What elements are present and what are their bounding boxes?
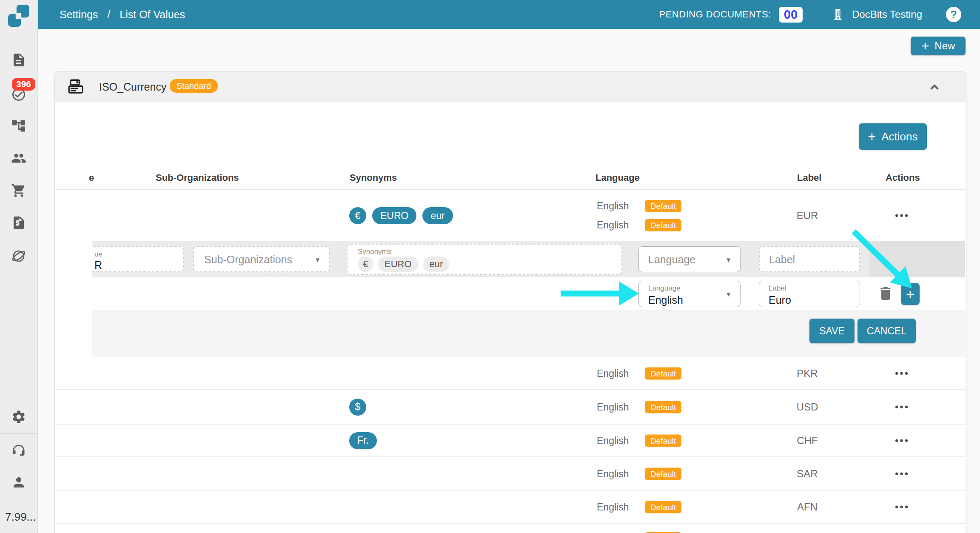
edit-panel: ue R Sub-Organizations ▼ Synonyms €EUROe… (92, 241, 965, 358)
language-entry: EnglishDefault (597, 367, 681, 379)
synonym-chip[interactable]: € (358, 257, 373, 272)
users-icon[interactable] (11, 151, 26, 166)
row-actions-menu-icon[interactable]: ••• (881, 435, 923, 447)
row-actions-menu-icon[interactable]: ••• (881, 210, 923, 222)
pending-count-badge: 396 (12, 78, 35, 91)
pending-documents-count[interactable]: 00 (779, 7, 803, 23)
synonyms-field[interactable]: Synonyms €EUROeur (347, 244, 622, 275)
new-button[interactable]: + New (911, 37, 966, 55)
settings-gear-icon[interactable] (11, 409, 26, 425)
language-name: English (597, 219, 645, 231)
delete-trash-icon[interactable] (877, 285, 895, 303)
label-cell: CHF (765, 435, 850, 447)
sub-organizations-select[interactable]: Sub-Organizations ▼ (193, 246, 330, 272)
column-header-actions: Actions (886, 172, 920, 183)
support-headset-icon[interactable] (11, 443, 26, 458)
value-field-label: ue (94, 250, 103, 259)
synonyms-cell: $ (349, 399, 366, 416)
table-row: EnglishDefaultAFN••• (55, 490, 966, 523)
row-actions-menu-icon[interactable]: ••• (881, 401, 923, 413)
table-row: EnglishDefault (55, 523, 966, 533)
edit-actions-shade (869, 241, 965, 277)
row-actions-menu-icon[interactable]: ••• (881, 368, 923, 379)
actions-button[interactable]: + Actions (859, 123, 927, 150)
cancel-button[interactable]: CANCEL (858, 319, 916, 343)
sub-organizations-placeholder: Sub-Organizations (204, 253, 292, 265)
cart-icon[interactable] (11, 183, 26, 198)
column-header-sub-organizations: Sub-Organizations (156, 172, 239, 183)
breadcrumb-current[interactable]: List Of Values (120, 9, 185, 21)
language-name: English (597, 401, 645, 413)
table-rows-bottom: EnglishDefaultPKR•••$EnglishDefaultUSD••… (55, 357, 966, 533)
language-select[interactable]: Language ▼ (638, 246, 741, 272)
language-name: English (597, 468, 645, 479)
label-field[interactable]: Label (759, 246, 860, 272)
standard-badge: Standard (170, 79, 218, 93)
synonym-chip[interactable]: EURO (378, 257, 418, 272)
language-entry-label: Language (648, 284, 681, 293)
workflow-tree-icon[interactable] (11, 118, 26, 134)
add-language-button[interactable]: + (901, 283, 920, 305)
default-badge: Default (645, 434, 681, 447)
language-entry: EnglishDefault (597, 501, 681, 513)
table-row: EnglishDefaultPKR••• (55, 357, 966, 389)
synonym-chip[interactable]: $ (349, 399, 366, 416)
pending-documents-label: PENDING DOCUMENTS: (659, 9, 771, 20)
docbits-logo-icon[interactable] (7, 4, 30, 27)
save-button[interactable]: SAVE (809, 319, 855, 343)
language-entry-select[interactable]: Language English ▼ (638, 281, 741, 307)
card-header[interactable]: ISO_Currency Standard (55, 72, 966, 102)
synonym-chip[interactable]: € (349, 207, 366, 224)
label-entry-value: Euro (769, 294, 791, 306)
tenant-name[interactable]: DocBits Testing (852, 9, 922, 20)
chevron-down-icon: ▼ (725, 291, 732, 298)
language-entry: EnglishDefault (597, 200, 681, 212)
default-badge: Default (645, 501, 681, 513)
invoice-icon[interactable] (11, 215, 26, 231)
value-field-value: R (94, 259, 102, 271)
card-body: + Actions e Sub-Organizations Synonyms L… (55, 102, 966, 533)
integrations-globe-icon[interactable] (11, 248, 26, 264)
topbar: Settings / List Of Values PENDING DOCUME… (37, 0, 980, 29)
profile-person-icon[interactable] (11, 475, 26, 490)
synonym-chip[interactable]: Fr. (349, 432, 377, 449)
table-rows-top: €EUROeurEnglishDefaultEnglishDefaultEUR•… (55, 189, 966, 242)
label-entry-field[interactable]: Label Euro (759, 281, 860, 307)
label-cell: SAR (765, 468, 850, 480)
table-row: €EUROeurEnglishDefaultEnglishDefaultEUR•… (55, 189, 966, 242)
chevron-down-icon: ▼ (314, 256, 321, 263)
sidebar: 396 7.99... (0, 0, 38, 533)
synonyms-cell: Fr. (349, 432, 377, 449)
value-field[interactable]: ue R (92, 246, 184, 272)
default-badge: Default (645, 401, 681, 413)
row-actions-menu-icon[interactable]: ••• (881, 468, 923, 480)
language-cell: EnglishDefault (597, 501, 681, 513)
language-placeholder: Language (648, 253, 695, 265)
version-text: 7.99... (5, 510, 36, 524)
language-entry: EnglishDefault (597, 434, 681, 447)
row-actions-menu-icon[interactable]: ••• (881, 501, 923, 513)
help-icon[interactable]: ? (946, 7, 961, 22)
collapse-chevron-icon[interactable] (927, 79, 942, 94)
language-cell: EnglishDefault (597, 467, 681, 480)
breadcrumb-settings[interactable]: Settings (60, 9, 98, 21)
language-cell: EnglishDefault (597, 434, 681, 447)
sidebar-divider (0, 403, 37, 403)
default-badge: Default (645, 219, 681, 231)
breadcrumb-separator: / (107, 9, 110, 21)
language-cell: EnglishDefault (597, 367, 681, 379)
language-entry: EnglishDefault (597, 467, 681, 480)
breadcrumb: Settings / List Of Values (60, 0, 185, 29)
synonym-chip[interactable]: EURO (372, 207, 416, 224)
language-name: English (597, 368, 645, 379)
card-title: ISO_Currency (99, 72, 166, 102)
synonym-chip[interactable]: eur (423, 257, 450, 272)
label-cell: EUR (765, 210, 850, 222)
list-of-values-card: ISO_Currency Standard + Actions e Sub-Or… (54, 71, 966, 533)
synonym-chip[interactable]: eur (422, 207, 453, 224)
column-header-value: e (89, 172, 94, 183)
documents-icon[interactable] (11, 52, 26, 68)
language-entry-value: English (648, 294, 683, 306)
sidebar-divider (0, 433, 37, 434)
label-cell: USD (765, 401, 850, 413)
